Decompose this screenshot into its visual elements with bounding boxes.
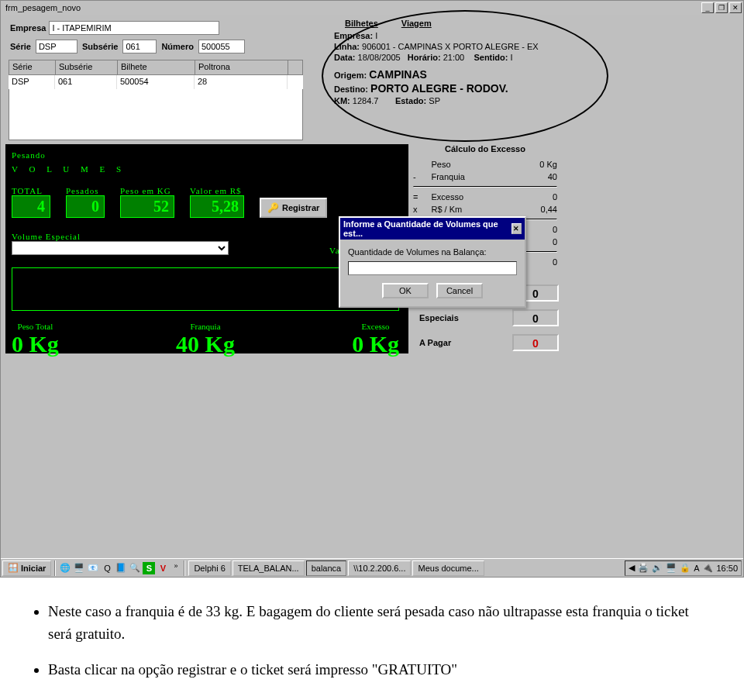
- apagar-box: 0: [512, 334, 559, 351]
- clock[interactable]: 16:50: [716, 564, 738, 573]
- excesso-value: 0 Kg: [352, 331, 399, 357]
- desktop-icon[interactable]: 🖥️: [73, 562, 85, 574]
- ie-icon[interactable]: 🌐: [59, 562, 71, 574]
- cancel-button[interactable]: Cancel: [436, 283, 483, 298]
- trip-info: Bilhetes Viagem Empresa: I Linha: 906001…: [334, 19, 590, 107]
- peso-box: 52: [120, 195, 174, 218]
- tray-icon[interactable]: ◀: [629, 563, 635, 573]
- volumes-header: V O L U M E S: [12, 164, 402, 174]
- tray-icon[interactable]: 🔌: [702, 563, 713, 573]
- ok-button[interactable]: OK: [382, 283, 429, 298]
- numero-input[interactable]: [198, 40, 245, 53]
- subserie-input[interactable]: [122, 40, 157, 53]
- task-balanca[interactable]: balanca: [306, 560, 347, 576]
- volume-especial-select[interactable]: [12, 241, 229, 255]
- serie-label: Série: [10, 42, 31, 51]
- close-button[interactable]: ✕: [729, 2, 742, 13]
- th-poltrona: Poltrona: [195, 60, 288, 74]
- restore-button[interactable]: ❐: [715, 2, 728, 13]
- search-icon[interactable]: 🔍: [129, 562, 141, 574]
- numero-label: Número: [161, 42, 194, 51]
- dialog-label: Quantidade de Volumes na Balança:: [348, 247, 517, 257]
- q-icon[interactable]: Q: [101, 562, 113, 574]
- destino-value: PORTO ALEGRE - RODOV.: [370, 82, 508, 95]
- tray-icon[interactable]: 🔒: [680, 563, 691, 573]
- key-icon: 🔑: [267, 202, 279, 213]
- origem-value: CAMPINAS: [369, 68, 427, 81]
- windows-icon: 🪟: [8, 563, 19, 573]
- dialog-close-icon[interactable]: ✕: [512, 223, 522, 234]
- note-1: Neste caso a franquia é de 33 kg. E baga…: [48, 601, 713, 645]
- viagem-link[interactable]: Viagem: [401, 19, 432, 28]
- pesando-title: Pesando: [12, 150, 402, 160]
- volume-qty-dialog: Informe a Quantidade de Volumes que est.…: [339, 216, 526, 308]
- bilhete-table: Série Subsérie Bilhete Poltrona DSP 061 …: [9, 60, 303, 140]
- empresa-input[interactable]: [49, 21, 219, 35]
- table-row[interactable]: DSP 061 500054 28: [9, 75, 303, 89]
- s-icon[interactable]: S: [143, 562, 155, 574]
- system-tray: ◀ 🖨️ 🔊 🖥️ 🔒 A 🔌 16:50: [625, 560, 742, 576]
- tray-icon[interactable]: 🖨️: [638, 563, 649, 573]
- note-2: Basta clicar na opção registrar e o tick…: [48, 659, 713, 681]
- task-delphi[interactable]: Delphi 6: [188, 560, 230, 576]
- peso-total-value: 0 Kg: [12, 331, 59, 357]
- task-documents[interactable]: Meus docume...: [412, 560, 484, 576]
- tray-icon[interactable]: 🖥️: [666, 563, 677, 573]
- valor-box: 5,28: [190, 195, 244, 218]
- tray-icon[interactable]: A: [694, 564, 699, 573]
- task-network[interactable]: \\10.2.200.6...: [348, 560, 411, 576]
- dialog-title: Informe a Quantidade de Volumes que est.…: [343, 219, 512, 238]
- window-title: frm_pesagem_novo: [2, 3, 700, 12]
- volume-qty-input[interactable]: [348, 261, 517, 275]
- th-subserie: Subsérie: [56, 60, 118, 74]
- tray-icon[interactable]: 🔊: [652, 563, 663, 573]
- th-serie: Série: [9, 60, 56, 74]
- bilhetes-link[interactable]: Bilhetes: [345, 19, 378, 28]
- franquia-value: 40 Kg: [176, 331, 235, 357]
- vc-icon[interactable]: V: [157, 562, 169, 574]
- min-button[interactable]: _: [701, 2, 714, 13]
- start-button[interactable]: 🪟Iniciar: [2, 560, 51, 576]
- taskbar: 🪟Iniciar 🌐 🖥️ 📧 Q 📘 🔍 S V » Delphi 6 TEL…: [1, 558, 743, 577]
- task-tela[interactable]: TELA_BALAN...: [232, 560, 305, 576]
- serie-input[interactable]: [36, 40, 78, 53]
- pesados-box: 0: [66, 195, 105, 218]
- window-titlebar: frm_pesagem_novo _ ❐ ✕: [1, 1, 743, 15]
- empresa-label: Empresa: [10, 23, 46, 33]
- outlook-icon[interactable]: 📧: [87, 562, 99, 574]
- th-bilhete: Bilhete: [118, 60, 195, 74]
- app-icon[interactable]: 📘: [115, 562, 127, 574]
- registrar-button[interactable]: 🔑 Registrar: [260, 198, 327, 218]
- subserie-label: Subsérie: [82, 42, 118, 51]
- notes-section: Neste caso a franquia é de 33 kg. E baga…: [0, 578, 744, 700]
- quicklaunch: 🌐 🖥️ 📧 Q 📘 🔍 S V »: [59, 562, 181, 574]
- especiais-box: 0: [512, 309, 559, 326]
- total-box: 4: [12, 195, 50, 218]
